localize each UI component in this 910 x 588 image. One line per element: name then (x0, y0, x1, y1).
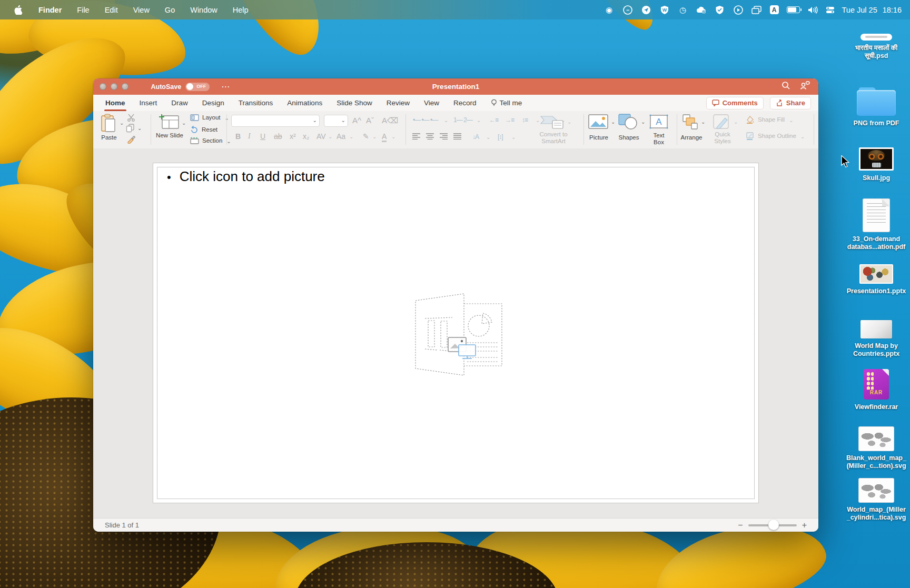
convert-smartart-button[interactable] (540, 113, 564, 131)
minimize-button[interactable] (111, 83, 117, 90)
picture-button[interactable] (588, 114, 608, 130)
tab-view[interactable]: View (424, 97, 439, 109)
align-right-button[interactable] (440, 133, 448, 141)
font-size-dropdown[interactable] (340, 117, 345, 123)
arrange-button[interactable] (682, 114, 699, 132)
layout-button[interactable]: Layout (190, 114, 229, 121)
autosave-toggle[interactable]: OFF (185, 83, 210, 91)
text-box-button[interactable]: A (649, 114, 668, 130)
new-slide-button[interactable] (159, 114, 180, 131)
outdent-button[interactable]: ←≡ (489, 116, 498, 124)
tab-tell-me[interactable]: Tell me (491, 97, 522, 109)
copy-dropdown[interactable] (136, 125, 142, 131)
insert-picture-mini-icon[interactable] (448, 337, 476, 358)
close-button[interactable] (100, 83, 106, 90)
timer-icon[interactable]: ◷ (678, 5, 688, 15)
desktop-icon-presentation-pptx[interactable]: Presentation1.pptx (843, 264, 910, 295)
underline-button[interactable]: U (260, 132, 265, 141)
superscript-button[interactable]: x² (290, 132, 296, 141)
subscript-button[interactable]: x₂ (303, 132, 309, 141)
zoom-out-button[interactable]: − (738, 521, 743, 530)
menu-item-edit[interactable]: Edit (105, 6, 118, 14)
align-text-button[interactable]: [↕] (498, 133, 503, 141)
slide-canvas[interactable]: • Click icon to add picture (153, 163, 758, 503)
control-center-icon[interactable] (826, 7, 834, 13)
quick-styles-dropdown[interactable] (733, 118, 738, 125)
font-size-select[interactable] (324, 115, 348, 127)
increase-font-button[interactable]: A^ (352, 116, 361, 125)
shape-fill-button[interactable]: Shape Fill (746, 116, 794, 124)
volume-icon[interactable] (808, 5, 818, 15)
cloud-sync-icon[interactable] (696, 5, 707, 15)
presence-people-icon[interactable] (800, 81, 810, 92)
strikethrough-button[interactable]: ab (274, 132, 282, 141)
desktop-icon-worldmap-pptx[interactable]: World Map byCountries.pptx (843, 320, 910, 358)
play-circle-icon[interactable] (733, 5, 744, 15)
shapes-button[interactable] (618, 113, 638, 131)
menu-item-go[interactable]: Go (165, 6, 175, 14)
shape-outline-dropdown[interactable] (799, 133, 805, 139)
align-left-button[interactable] (412, 133, 420, 141)
tab-draw[interactable]: Draw (171, 97, 188, 109)
desktop-icon-rar[interactable]: RAR Viewfinder.rar (843, 369, 910, 411)
bold-button[interactable]: B (235, 132, 241, 141)
numbering-dropdown[interactable] (476, 117, 481, 123)
focus-dot-icon[interactable]: ◉ (604, 5, 615, 15)
tab-animations[interactable]: Animations (287, 97, 322, 109)
clear-formatting-button[interactable]: A⌫ (382, 116, 398, 125)
powerpoint-placeholder-logo[interactable] (408, 292, 513, 382)
paste-dropdown[interactable] (118, 119, 124, 126)
highlight-dropdown[interactable] (371, 133, 377, 139)
section-button[interactable]: Section (190, 137, 231, 144)
character-spacing-dropdown[interactable] (327, 133, 332, 139)
desktop-icon-blank-map-svg[interactable]: Blank_world_map_(Miller_c...tion).svg (843, 427, 910, 470)
tab-record[interactable]: Record (453, 97, 477, 109)
desktop-icon-psd[interactable]: भारतीय मसालों कीसूची.psd (843, 34, 910, 60)
menu-item-file[interactable]: File (77, 6, 89, 14)
window-titlebar[interactable]: Presentation1 AutoSave OFF ⋯ (93, 78, 818, 95)
tab-insert[interactable]: Insert (140, 97, 157, 109)
desktop-icon-pdf[interactable]: 33_On-demanddatabas...ation.pdf (843, 199, 910, 251)
justify-button[interactable] (453, 133, 461, 141)
tab-review[interactable]: Review (387, 97, 410, 109)
share-button[interactable]: Share (770, 97, 811, 109)
shape-outline-button[interactable]: Shape Outline (746, 132, 805, 140)
battery-icon[interactable] (787, 6, 800, 13)
placeholder-prompt[interactable]: • Click icon to add picture (167, 168, 325, 185)
paste-button[interactable] (101, 114, 116, 134)
font-color-dropdown[interactable] (390, 133, 395, 139)
copy-button[interactable] (126, 124, 135, 134)
menu-bar-clock[interactable]: Tue Jul 25 18:16 (842, 6, 902, 14)
menu-item-help[interactable]: Help (233, 6, 249, 14)
picture-dropdown[interactable] (610, 118, 615, 125)
menu-item-window[interactable]: Window (190, 6, 217, 14)
mission-control-icon[interactable] (751, 5, 762, 15)
font-name-select[interactable] (231, 115, 320, 127)
tab-slide-show[interactable]: Slide Show (337, 97, 372, 109)
arrange-dropdown[interactable] (700, 118, 705, 125)
align-center-button[interactable] (426, 133, 434, 141)
italic-button[interactable]: I (248, 132, 251, 141)
quick-styles-button[interactable] (713, 114, 731, 132)
highlight-button[interactable]: ✎ (363, 132, 369, 141)
text-direction-dropdown[interactable] (485, 134, 490, 140)
tab-design[interactable]: Design (202, 97, 224, 109)
shape-fill-dropdown[interactable] (788, 117, 793, 123)
wireguard-icon[interactable]: W (659, 5, 670, 15)
character-spacing-button[interactable]: AV (316, 132, 326, 141)
comments-button[interactable]: Comments (706, 97, 764, 109)
font-color-button[interactable]: A (382, 132, 387, 142)
cut-button[interactable] (127, 113, 135, 123)
more-toolbar-button[interactable]: ⋯ (221, 82, 230, 92)
text-direction-button[interactable]: ↓A (472, 133, 479, 141)
desktop-icon-folder[interactable]: PNG from PDF (843, 87, 910, 127)
zoom-slider-thumb[interactable] (768, 520, 779, 530)
send-icon[interactable] (641, 5, 651, 15)
desktop-icon-skull-jpg[interactable]: Skull.jpg (843, 147, 910, 182)
search-icon[interactable] (782, 81, 790, 92)
line-spacing-button[interactable]: ↕≡ (522, 116, 528, 124)
decrease-font-button[interactable]: Aˇ (366, 116, 374, 125)
numbering-button[interactable]: 1— 2— (453, 116, 472, 124)
shield-check-icon[interactable] (715, 5, 725, 15)
reset-button[interactable]: Reset (190, 126, 217, 133)
